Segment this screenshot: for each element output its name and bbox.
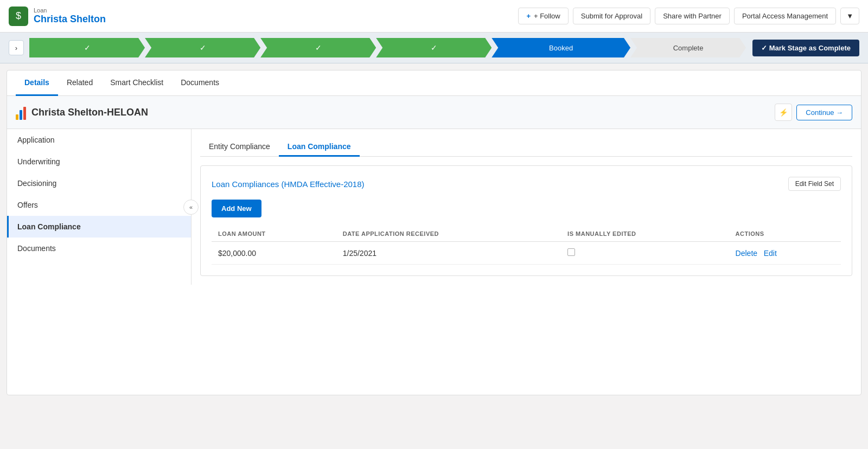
- stages-container: ✓ ✓ ✓ ✓ Booked Complete: [29, 38, 746, 57]
- stage-3-check: ✓: [315, 43, 322, 52]
- collapse-sidebar-button[interactable]: «: [183, 200, 199, 215]
- tab-smart-checklist[interactable]: Smart Checklist: [101, 70, 172, 96]
- chart-icon: [16, 105, 26, 120]
- continue-button[interactable]: Continue →: [796, 105, 852, 120]
- stage-booked-label: Booked: [549, 44, 573, 52]
- stage-toggle-button[interactable]: ›: [9, 40, 24, 55]
- col-header-actions: ACTIONS: [729, 226, 841, 242]
- logo-title: Christa Shelton: [34, 14, 106, 25]
- logo-area: $ Loan Christa Shelton: [9, 7, 106, 26]
- chart-bar-3: [23, 107, 26, 120]
- sidebar-nav: Application Underwriting Decisioning Off…: [7, 129, 192, 285]
- nav-item-documents[interactable]: Documents: [7, 238, 191, 259]
- nav-item-application[interactable]: Application: [7, 129, 191, 151]
- chart-bar-1: [16, 114, 18, 120]
- stage-2-check: ✓: [200, 43, 206, 52]
- edit-button[interactable]: Edit: [764, 249, 777, 258]
- content-box: Loan Compliances (HMDA Effective-2018) E…: [200, 165, 852, 276]
- chevron-right-icon: ›: [15, 44, 17, 52]
- record-title-area: Christa Shelton-HELOAN: [16, 105, 148, 120]
- cell-is-manually-edited: [561, 242, 729, 265]
- col-header-loan-amount: LOAN AMOUNT: [212, 226, 336, 242]
- tab-details[interactable]: Details: [16, 70, 58, 96]
- stage-2[interactable]: ✓: [145, 38, 260, 57]
- top-header: $ Loan Christa Shelton + + Follow Submit…: [0, 0, 868, 33]
- main-panel: Entity Compliance Loan Compliance Loan C…: [192, 129, 861, 285]
- loan-compliance-table: LOAN AMOUNT DATE APPLICATION RECEIVED IS…: [212, 226, 841, 265]
- stage-4[interactable]: ✓: [376, 38, 492, 57]
- magic-wand-icon: ⚡: [779, 108, 788, 117]
- add-new-button[interactable]: Add New: [212, 200, 261, 217]
- stage-3[interactable]: ✓: [260, 38, 376, 57]
- two-col-layout: Application Underwriting Decisioning Off…: [7, 129, 861, 285]
- stage-4-check: ✓: [431, 43, 437, 52]
- delete-button[interactable]: Delete: [736, 249, 757, 258]
- logo-subtitle: Loan: [34, 7, 106, 14]
- plus-icon: +: [526, 12, 531, 20]
- share-partner-button[interactable]: Share with Partner: [655, 8, 730, 24]
- record-header: Christa Shelton-HELOAN ⚡ Continue →: [7, 96, 861, 129]
- col-header-is-manually-edited: IS MANUALLY EDITED: [561, 226, 729, 242]
- submit-approval-button[interactable]: Submit for Approval: [573, 8, 650, 24]
- logo-text: Loan Christa Shelton: [34, 7, 106, 25]
- more-actions-button[interactable]: ▼: [840, 8, 859, 24]
- manually-edited-checkbox[interactable]: [567, 248, 575, 256]
- chart-bar-2: [20, 110, 22, 120]
- sub-tab-entity-compliance[interactable]: Entity Compliance: [200, 138, 279, 157]
- double-chevron-left-icon: «: [189, 204, 193, 210]
- stage-booked[interactable]: Booked: [492, 38, 630, 57]
- nav-item-underwriting[interactable]: Underwriting: [7, 151, 191, 172]
- main-content: Details Related Smart Checklist Document…: [7, 70, 861, 395]
- link-icon-button[interactable]: ⚡: [775, 104, 792, 121]
- cell-actions: Delete Edit: [729, 242, 841, 265]
- edit-field-set-button[interactable]: Edit Field Set: [788, 177, 841, 191]
- portal-access-button[interactable]: Portal Access Management: [734, 8, 836, 24]
- stage-bar: › ✓ ✓ ✓ ✓ Booked Complete ✓ Mark Stage a…: [0, 33, 868, 63]
- record-actions: ⚡ Continue →: [775, 104, 852, 121]
- nav-item-loan-compliance[interactable]: Loan Compliance: [7, 216, 191, 238]
- sub-tabs: Entity Compliance Loan Compliance: [200, 138, 852, 157]
- tab-documents[interactable]: Documents: [172, 70, 228, 96]
- cell-date-app-received: 1/25/2021: [336, 242, 561, 265]
- content-box-header: Loan Compliances (HMDA Effective-2018) E…: [212, 177, 841, 191]
- table-row: $20,000.00 1/25/2021 Delete Edit: [212, 242, 841, 265]
- mark-complete-button[interactable]: ✓ Mark Stage as Complete: [752, 40, 859, 56]
- header-actions: + + Follow Submit for Approval Share wit…: [518, 8, 859, 24]
- sub-tab-loan-compliance[interactable]: Loan Compliance: [279, 138, 360, 157]
- nav-item-decisioning[interactable]: Decisioning: [7, 172, 191, 194]
- tab-related[interactable]: Related: [58, 70, 101, 96]
- col-header-date-app-received: DATE APPLICATION RECEIVED: [336, 226, 561, 242]
- tabs-row: Details Related Smart Checklist Document…: [7, 70, 861, 96]
- content-box-title: Loan Compliances (HMDA Effective-2018): [212, 179, 365, 189]
- stage-1-check: ✓: [84, 43, 91, 52]
- record-title: Christa Shelton-HELOAN: [31, 107, 148, 118]
- nav-item-offers[interactable]: Offers: [7, 194, 191, 216]
- follow-button[interactable]: + + Follow: [518, 8, 568, 24]
- stage-complete-label: Complete: [673, 44, 704, 52]
- stage-complete[interactable]: Complete: [630, 38, 746, 57]
- loan-icon: $: [9, 7, 28, 26]
- cell-loan-amount: $20,000.00: [212, 242, 336, 265]
- stage-1[interactable]: ✓: [29, 38, 145, 57]
